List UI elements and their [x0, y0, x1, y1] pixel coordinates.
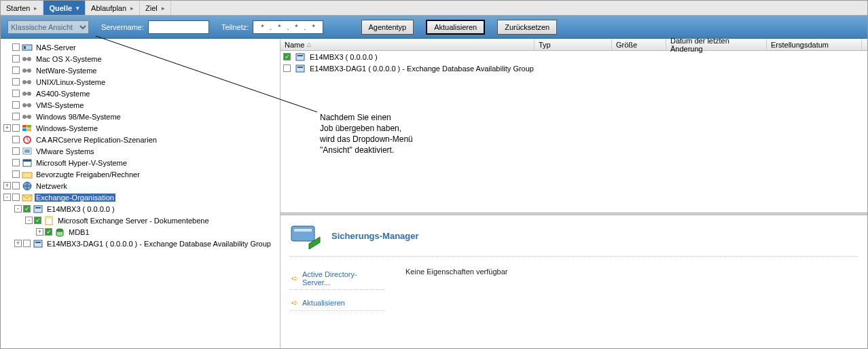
refresh-button[interactable]: Aktualisieren: [426, 20, 485, 35]
column-header[interactable]: Name△: [281, 39, 535, 50]
tree-node[interactable]: AS400-Systeme: [3, 88, 280, 99]
tree-checkbox[interactable]: [12, 194, 20, 201]
detail-body: ➪ Active Directory-Server... ➪ Aktualisi…: [290, 268, 858, 311]
svg-rect-28: [23, 160, 31, 162]
tree-checkbox[interactable]: [23, 240, 31, 247]
tree-spacer: [3, 113, 11, 120]
tree-checkbox[interactable]: [34, 217, 41, 224]
list-row[interactable]: E14MBX3 ( 0.0.0.0 ): [281, 51, 867, 62]
column-label: Typ: [539, 41, 551, 49]
svg-rect-35: [46, 217, 52, 219]
expand-icon[interactable]: +: [14, 240, 22, 247]
db-icon: [54, 227, 65, 237]
expand-icon[interactable]: +: [3, 182, 11, 189]
column-label: Datum der letzten Änderung: [670, 37, 762, 53]
subnet-input[interactable]: *. *. *. *: [253, 20, 323, 34]
svg-rect-33: [35, 207, 41, 208]
column-header[interactable]: Typ: [535, 39, 612, 50]
svg-rect-10: [24, 81, 29, 83]
tab-ablaufplan[interactable]: Ablaufplan ▸: [86, 1, 140, 15]
tree-checkbox[interactable]: [12, 124, 20, 132]
tree-label: Netzwerk: [35, 182, 69, 190]
tree-node[interactable]: UNIX/Linux-Systeme: [3, 76, 280, 88]
row-label: E14MBX3 ( 0.0.0.0 ): [310, 53, 378, 61]
tree-label: UNIX/Linux-Systeme: [35, 78, 107, 86]
tree-checkbox[interactable]: [12, 170, 20, 178]
view-select[interactable]: Klassische Ansicht: [7, 20, 89, 34]
reset-button[interactable]: Zurücksetzen: [497, 20, 557, 35]
detail-title: Sicherungs-Manager: [331, 231, 419, 241]
tree-checkbox[interactable]: [12, 113, 20, 120]
tree-label: NAS-Server: [35, 43, 77, 52]
tab-strip: Starten ▸ Quelle ▾ Ablaufplan ▸ Ziel ▸: [1, 1, 867, 16]
tree-checkbox[interactable]: [45, 228, 52, 236]
tree-checkbox[interactable]: [12, 136, 20, 143]
hv-icon: [22, 158, 33, 168]
tree-node[interactable]: +E14MBX3-DAG1 ( 0.0.0.0 ) - Exchange Dat…: [3, 238, 280, 249]
tree-checkbox[interactable]: [12, 90, 20, 97]
collapse-icon[interactable]: -: [25, 217, 33, 224]
tree-checkbox[interactable]: [12, 78, 20, 86]
servername-input[interactable]: [148, 20, 209, 34]
tree-checkbox[interactable]: [12, 55, 20, 62]
tree-node[interactable]: VMware Systems: [3, 145, 280, 157]
expand-icon[interactable]: +: [3, 124, 11, 132]
tree-node[interactable]: -Microsoft Exchange Server - Dokumentebe…: [3, 215, 280, 226]
arrow-icon: ➪: [291, 274, 298, 283]
tree-node[interactable]: NAS-Server: [3, 41, 280, 53]
tree-label: MDB1: [67, 228, 91, 236]
expand-icon[interactable]: +: [36, 228, 43, 236]
detail-links: ➪ Active Directory-Server... ➪ Aktualisi…: [290, 268, 385, 311]
tree-node[interactable]: Microsoft Hyper-V-Systeme: [3, 157, 280, 168]
app-root: Starten ▸ Quelle ▾ Ablaufplan ▸ Ziel ▸ K…: [0, 0, 868, 349]
collapse-icon[interactable]: -: [3, 194, 11, 201]
tree-node[interactable]: VMS-Systeme: [3, 99, 280, 111]
tree-spacer: [3, 67, 11, 74]
agenttype-button[interactable]: Agententyp: [361, 20, 414, 35]
svg-rect-41: [296, 65, 304, 72]
tree-checkbox[interactable]: [12, 182, 20, 189]
tree-node[interactable]: Bevorzugte Freigaben/Rechner: [3, 168, 280, 180]
tree-checkbox[interactable]: [12, 159, 20, 166]
column-header[interactable]: Größe: [612, 39, 666, 50]
tab-starten[interactable]: Starten ▸: [1, 1, 43, 15]
list-view[interactable]: E14MBX3 ( 0.0.0.0 )E14MBX3-DAG1 ( 0.0.0.…: [281, 51, 867, 213]
tree-node[interactable]: +MDB1: [3, 226, 280, 238]
filter-bar: Klassische Ansicht Servername: Teilnetz:…: [1, 16, 867, 39]
svg-rect-7: [24, 70, 29, 71]
link-ad-server[interactable]: ➪ Active Directory-Server...: [290, 268, 385, 290]
collapse-icon[interactable]: -: [14, 205, 22, 213]
source-tree[interactable]: NAS-ServerMac OS X-SystemeNetWare-System…: [1, 39, 281, 348]
chevron-right-icon: ▸: [162, 5, 165, 12]
tab-ziel[interactable]: Ziel ▸: [140, 1, 171, 15]
tree-node[interactable]: NetWare-Systeme: [3, 65, 280, 76]
tree-node[interactable]: Windows 98/Me-Systeme: [3, 111, 280, 122]
tree-checkbox[interactable]: [12, 147, 20, 155]
tree-node[interactable]: Mac OS X-Systeme: [3, 53, 280, 65]
tree-spacer: [3, 78, 11, 86]
tree-node[interactable]: -Exchange-Organisation: [3, 191, 280, 203]
tree-node[interactable]: +Netzwerk: [3, 180, 280, 191]
tree-checkbox[interactable]: [12, 67, 20, 74]
svg-rect-39: [296, 54, 304, 60]
svg-rect-21: [27, 125, 31, 128]
link-refresh[interactable]: ➪ Aktualisieren: [290, 295, 385, 311]
column-header[interactable]: Datum der letzten Änderung: [666, 39, 767, 50]
tab-quelle[interactable]: Quelle ▾: [43, 1, 86, 15]
tree-node[interactable]: CA ARCserve Replication-Szenarien: [3, 134, 280, 145]
arrow-icon: ➪: [291, 298, 298, 308]
tree-spacer: [3, 101, 11, 109]
tab-label: Starten: [6, 4, 30, 12]
tree-checkbox[interactable]: [12, 43, 20, 51]
net-icon: [22, 181, 33, 191]
column-header[interactable]: Erstellungsdatum: [767, 39, 862, 50]
tree-checkbox[interactable]: [12, 101, 20, 109]
svg-rect-1: [24, 46, 26, 49]
row-checkbox[interactable]: [283, 65, 291, 72]
list-row[interactable]: E14MBX3-DAG1 ( 0.0.0.0 ) - Exchange Data…: [281, 62, 867, 74]
tree-checkbox[interactable]: [23, 205, 31, 213]
row-checkbox[interactable]: [283, 53, 291, 60]
tree-label: Windows 98/Me-Systeme: [35, 113, 122, 121]
tree-node[interactable]: +Windows-Systeme: [3, 122, 280, 134]
tree-node[interactable]: -E14MBX3 ( 0.0.0.0 ): [3, 203, 280, 215]
